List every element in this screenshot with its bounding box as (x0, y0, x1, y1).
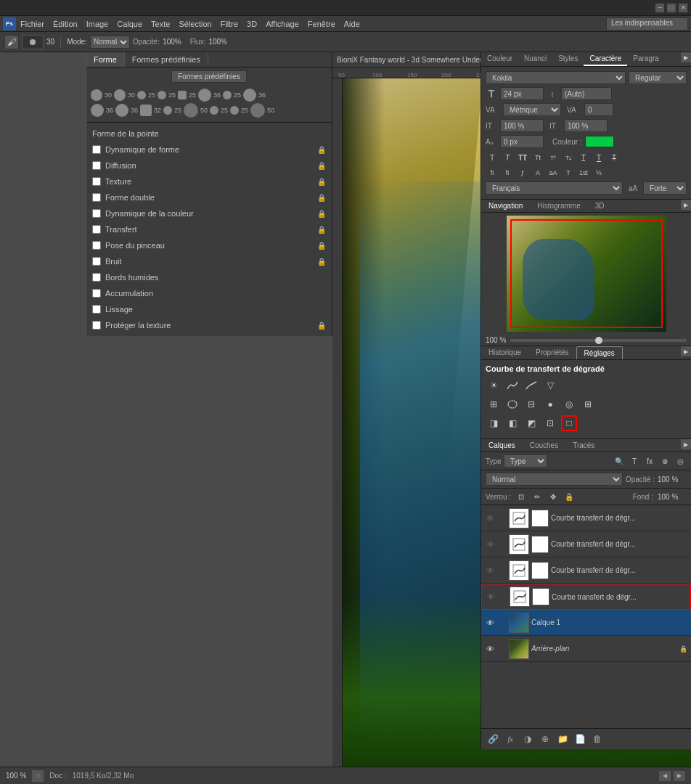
workspace-selector[interactable]: Les indispensables (606, 17, 688, 30)
checkbox-accumulation[interactable] (92, 289, 101, 298)
new-layer-icon[interactable]: 📄 (573, 732, 587, 746)
baseline-input[interactable]: 0 px (500, 135, 544, 148)
brush-mode-select[interactable]: Normal (90, 36, 130, 49)
setting-forme-double[interactable]: Forme double 🔒 (86, 189, 332, 205)
setting-pose-pinceau[interactable]: Pose du pinceau 🔒 (86, 237, 332, 253)
checkbox-transfert[interactable] (92, 225, 101, 234)
layer-t-icon[interactable]: T (628, 454, 641, 467)
tab-caractere[interactable]: Caractère (584, 52, 627, 66)
kerning-select[interactable]: Métrique (503, 103, 561, 116)
link-layers-icon[interactable]: 🔗 (486, 732, 500, 746)
square-icon[interactable]: □ (561, 415, 577, 431)
blend-mode-select[interactable]: Normal (486, 473, 623, 486)
maximize-button[interactable]: □ (666, 3, 676, 13)
leading-input[interactable]: (Auto) (561, 87, 612, 100)
checkbox-forme-double[interactable] (92, 193, 101, 202)
table-icon[interactable]: ⊞ (580, 396, 596, 412)
square-dot-icon[interactable]: ⊡ (542, 415, 558, 431)
lock-pixels-icon[interactable]: ✏ (531, 491, 543, 502)
text-italic-icon[interactable]: T (501, 151, 514, 164)
menu-aide[interactable]: Aide (344, 20, 360, 28)
checkbox-dynamique-couleur[interactable] (92, 209, 101, 218)
circle-icon[interactable]: ● (542, 396, 558, 412)
layer-eye-icon[interactable]: 👁 (484, 617, 496, 629)
checkbox-lissage[interactable] (92, 305, 101, 314)
setting-diffusion[interactable]: Diffusion 🔒 (86, 158, 332, 173)
checkbox-dynamique-forme[interactable] (92, 145, 101, 154)
reglages-scroll[interactable]: ▶ (681, 346, 691, 356)
setting-accumulation[interactable]: Accumulation (86, 285, 332, 301)
text-strikethrough-icon[interactable]: T (608, 151, 621, 164)
nav-preview-image[interactable] (507, 216, 666, 332)
lock-all-icon[interactable]: 🔒 (563, 491, 575, 502)
half-left-icon[interactable]: ◨ (486, 415, 502, 431)
menu-fichier[interactable]: Fichier (20, 20, 44, 28)
curves2-icon[interactable] (523, 377, 539, 393)
text-bold-icon[interactable]: TT (516, 151, 529, 164)
sun-icon[interactable]: ☀ (486, 377, 502, 393)
nav-scroll-right[interactable]: ▶ (681, 200, 691, 210)
checkbox-pose-pinceau[interactable] (92, 241, 101, 250)
layer-item[interactable]: 👁 Courbe transfert de dégr... (481, 558, 691, 584)
tab-formes-predefinies[interactable]: Formes prédéfinies (125, 52, 208, 67)
layer-item[interactable]: 👁 Courbe transfert de dégr... (481, 505, 691, 531)
setting-lissage[interactable]: Lissage (86, 301, 332, 317)
layer-smart-icon[interactable]: ◎ (674, 454, 687, 467)
window-controls[interactable]: ─ □ ✕ (655, 3, 688, 13)
brush-preview[interactable] (22, 35, 44, 49)
setting-proteger-texture[interactable]: Protéger la texture 🔒 (86, 317, 332, 333)
tab-proprietes[interactable]: Propriétés (528, 346, 576, 359)
liga-fi2-icon[interactable]: fi (501, 166, 514, 179)
setting-transfert[interactable]: Transfert 🔒 (86, 221, 332, 237)
layer-item-highlighted[interactable]: 👁 Courbe transfert de dégr... (481, 584, 691, 610)
menu-fenetre[interactable]: Fenêtre (308, 20, 335, 28)
fx-icon[interactable]: fx (503, 732, 518, 746)
liga-1st-icon[interactable]: 1st (577, 166, 590, 179)
grid-icon[interactable]: ⊞ (486, 396, 502, 412)
minimize-button[interactable]: ─ (655, 3, 665, 13)
nav-zoom-slider[interactable] (510, 339, 687, 342)
layers-scroll[interactable]: ▶ (681, 439, 691, 449)
scale-v-input[interactable]: 100 % (500, 119, 544, 132)
setting-bords-humides[interactable]: Bords humides (86, 269, 332, 285)
close-button[interactable]: ✕ (678, 3, 688, 13)
font-style-select[interactable]: Regular (629, 71, 687, 84)
layer-eye-icon[interactable]: 👁 (485, 591, 496, 603)
antialiasing-select[interactable]: Forte (643, 181, 687, 195)
setting-dynamique-couleur[interactable]: Dynamique de la couleur 🔒 (86, 205, 332, 221)
tab-histogramme[interactable]: Histogramme (530, 200, 587, 212)
text-t1-icon[interactable]: T̲ (577, 151, 590, 164)
liga-aa-icon[interactable]: aA (547, 166, 560, 179)
tab-reglages[interactable]: Réglages (576, 346, 623, 359)
text-underline-icon[interactable]: T (592, 151, 605, 164)
tab-styles[interactable]: Styles (552, 52, 584, 66)
half-diag-icon[interactable]: ◩ (523, 415, 539, 431)
setting-texture[interactable]: Texture 🔒 (86, 173, 332, 189)
font-size-input[interactable]: 24 px (500, 87, 544, 100)
tab-navigation[interactable]: Navigation (481, 200, 530, 212)
tab-historique[interactable]: Historique (481, 346, 528, 359)
liga-f-icon[interactable]: ƒ (516, 166, 529, 179)
menu-image[interactable]: Image (86, 20, 109, 28)
tracking-input[interactable]: 0 (584, 103, 613, 116)
layer-eye-icon[interactable]: 👁 (484, 539, 496, 550)
language-select[interactable]: Français (486, 181, 623, 195)
checkbox-proteger-texture[interactable] (92, 321, 101, 330)
tab-calques[interactable]: Calques (481, 439, 523, 452)
tab-nuanci[interactable]: Nuanci (518, 52, 552, 66)
half-right-icon[interactable]: ◧ (504, 415, 520, 431)
menu-3d[interactable]: 3D (247, 20, 257, 28)
delete-layer-icon[interactable]: 🗑 (590, 732, 605, 746)
liga-t-icon[interactable]: T (562, 166, 575, 179)
text-sub-icon[interactable]: T₂ (562, 151, 575, 164)
lock-position-icon[interactable]: ✥ (547, 491, 559, 502)
layer-type-select[interactable]: Type (504, 454, 547, 467)
tab-paragra[interactable]: Paragra (627, 52, 665, 66)
setting-bruit[interactable]: Bruit 🔒 (86, 253, 332, 269)
layer-effect-icon[interactable]: fx (643, 454, 656, 467)
liga-a-icon[interactable]: A (531, 166, 544, 179)
menu-texte[interactable]: Texte (151, 20, 170, 28)
new-adjustment-icon[interactable]: ⊕ (538, 732, 552, 746)
layer-item[interactable]: 👁 Courbe transfert de dégr... (481, 531, 691, 558)
menu-affichage[interactable]: Affichage (266, 20, 299, 28)
